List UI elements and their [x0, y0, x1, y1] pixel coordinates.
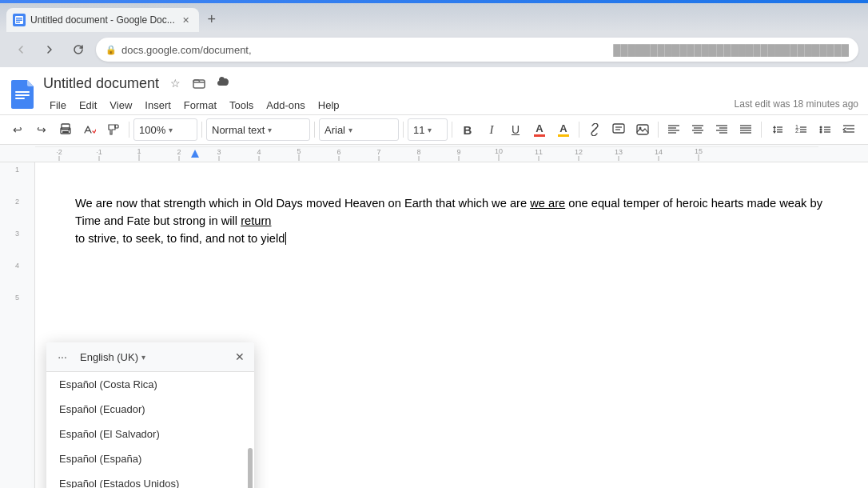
menu-insert[interactable]: Insert — [138, 96, 177, 114]
font-select[interactable]: Arial ▾ — [319, 118, 399, 141]
url-blurred: ████████████████████████████████ — [613, 44, 849, 56]
menu-view[interactable]: View — [103, 96, 138, 114]
svg-text:9: 9 — [456, 148, 460, 156]
svg-text:3: 3 — [217, 148, 221, 156]
italic-button[interactable]: I — [480, 118, 503, 141]
comment-button[interactable] — [607, 118, 630, 141]
dropdown-close-button[interactable]: ✕ — [232, 349, 248, 365]
align-center-button[interactable] — [687, 118, 709, 141]
tab-close-button[interactable]: ✕ — [180, 14, 193, 26]
highlight-button[interactable]: A — [552, 118, 575, 141]
menu-format[interactable]: Format — [177, 96, 223, 114]
scrollbar-thumb[interactable] — [248, 448, 253, 488]
dropdown-item[interactable]: Español (España) — [46, 446, 254, 471]
menu-addons[interactable]: Add-ons — [260, 96, 311, 114]
align-right-button[interactable] — [711, 118, 733, 141]
dropdown-scrollbar[interactable] — [248, 374, 253, 488]
lock-icon: 🔒 — [106, 45, 117, 55]
active-tab[interactable]: Untitled document - Google Doc... ✕ — [6, 8, 199, 32]
doc-text-underline-2: return — [241, 214, 271, 227]
decrease-indent-button[interactable] — [838, 118, 860, 141]
move-to-folder-button[interactable] — [189, 74, 209, 93]
spell-check-button[interactable] — [78, 118, 101, 141]
new-tab-button[interactable]: + — [201, 8, 223, 30]
svg-rect-7 — [15, 98, 25, 99]
svg-text:1: 1 — [137, 147, 141, 155]
ruler-content: ·2 ·1 1 2 3 4 5 6 — [35, 146, 818, 161]
redo-button[interactable]: ↪ — [30, 118, 53, 141]
bold-button[interactable]: B — [456, 118, 479, 141]
toolbar-divider-2 — [201, 122, 202, 138]
dropdown-item[interactable]: Español (Estados Unidos) — [46, 471, 254, 488]
toolbar-divider-4 — [403, 122, 404, 138]
svg-text:·1: ·1 — [96, 148, 102, 156]
forward-button[interactable] — [38, 38, 61, 61]
list-bullet-button[interactable] — [814, 118, 836, 141]
menu-file[interactable]: File — [43, 96, 73, 114]
cloud-status-button[interactable] — [213, 74, 233, 93]
style-select[interactable]: Normal text ▾ — [206, 118, 310, 141]
svg-rect-17 — [637, 125, 648, 134]
svg-rect-4 — [16, 22, 20, 23]
svg-point-44 — [820, 126, 822, 129]
toolbar-divider-5 — [452, 122, 452, 138]
last-edit-text: Last edit was 18 minutes ago — [735, 98, 858, 113]
zoom-select[interactable]: 100% ▾ — [133, 118, 197, 141]
svg-text:12: 12 — [575, 148, 583, 156]
menu-edit[interactable]: Edit — [73, 96, 103, 114]
svg-point-46 — [820, 131, 822, 134]
tab-bar: Untitled document - Google Doc... ✕ + — [0, 3, 868, 32]
dropdown-item[interactable]: Español (El Salvador) — [46, 422, 254, 446]
menu-tools[interactable]: Tools — [223, 96, 260, 114]
svg-text:7: 7 — [376, 148, 380, 156]
ruler-svg: ·2 ·1 1 2 3 4 5 6 — [35, 146, 818, 161]
ruler: ·2 ·1 1 2 3 4 5 6 — [0, 145, 868, 162]
align-left-button[interactable] — [663, 118, 685, 141]
paint-format-button[interactable] — [102, 118, 125, 141]
doc-text-underline-1: we are — [530, 197, 565, 210]
font-color-button[interactable]: A — [528, 118, 551, 141]
doc-text-line2: to strive, to seek, to find, and not to … — [75, 232, 286, 245]
dropdown-item[interactable]: Español (Ecuador) — [46, 397, 254, 422]
back-button[interactable] — [10, 38, 32, 61]
style-value: Normal text — [212, 124, 265, 136]
doc-text-span: We are now that strength which in Old Da… — [75, 197, 822, 227]
link-button[interactable] — [583, 118, 606, 141]
svg-text:13: 13 — [615, 148, 623, 156]
dropdown-item[interactable]: Español (Costa Rica) — [46, 372, 254, 397]
star-button[interactable]: ☆ — [165, 74, 185, 93]
svg-point-12 — [68, 130, 70, 131]
print-button[interactable] — [54, 118, 77, 141]
docs-title-text: Untitled document — [43, 75, 159, 92]
dropdown-header: ··· English (UK) ▾ ✕ — [46, 342, 254, 372]
font-size-value: 11 — [413, 124, 424, 136]
svg-rect-2 — [16, 18, 22, 19]
svg-rect-9 — [62, 124, 70, 130]
svg-rect-11 — [62, 131, 69, 133]
svg-rect-3 — [16, 20, 22, 22]
align-justify-button[interactable] — [735, 118, 757, 141]
toolbar-divider-3 — [314, 122, 315, 138]
undo-button[interactable]: ↩ — [6, 118, 29, 141]
language-select[interactable]: English (UK) ▾ — [77, 350, 149, 365]
underline-button[interactable]: U — [504, 118, 527, 141]
address-input[interactable]: 🔒 docs.google.com/document, ████████████… — [96, 38, 858, 62]
document-content[interactable]: We are now that strength which in Old Da… — [75, 194, 828, 247]
svg-rect-13 — [115, 125, 118, 128]
svg-text:10: 10 — [495, 147, 503, 155]
docs-logo — [10, 78, 35, 110]
menu-help[interactable]: Help — [312, 96, 346, 114]
docs-header: Untitled document ☆ — [0, 67, 868, 115]
highlight-icon: A — [558, 123, 569, 137]
reload-button[interactable] — [67, 38, 90, 61]
docs-menu-bar: File Edit View Insert Format Tools Add-o… — [43, 93, 858, 114]
dropdown-more-button[interactable]: ··· — [53, 347, 72, 366]
line-spacing-button[interactable] — [766, 118, 788, 141]
font-size-select[interactable]: 11 ▾ — [408, 118, 448, 141]
tab-title: Untitled document - Google Doc... — [30, 14, 175, 26]
image-button[interactable] — [631, 118, 654, 141]
style-chevron-icon: ▾ — [268, 126, 272, 134]
svg-point-45 — [820, 129, 822, 131]
list-ordered-button[interactable]: 1. 2. — [790, 118, 812, 141]
docs-container: Untitled document ☆ — [0, 67, 868, 488]
